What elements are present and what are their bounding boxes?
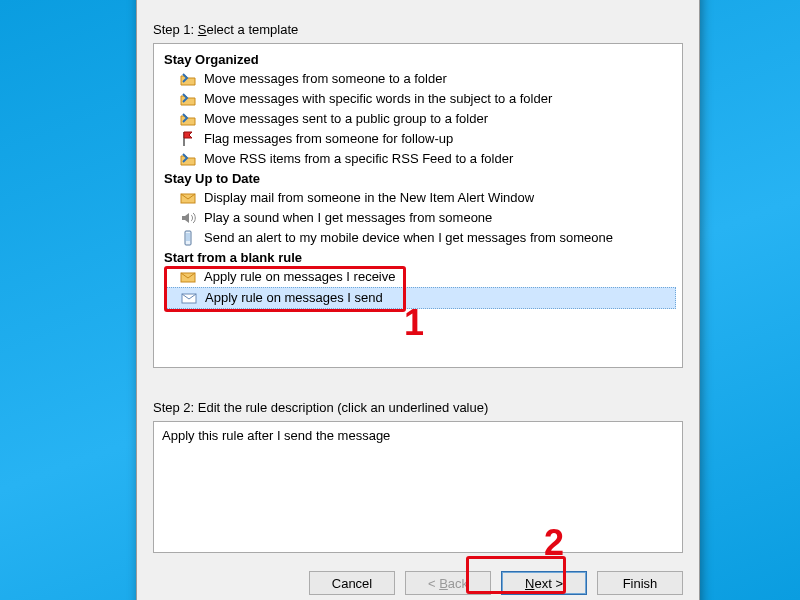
template-label: Flag messages from someone for follow-up — [204, 130, 453, 148]
template-label: Play a sound when I get messages from so… — [204, 209, 492, 227]
template-move-rss[interactable]: Move RSS items from a specific RSS Feed … — [154, 149, 682, 169]
template-label: Move messages from someone to a folder — [204, 70, 447, 88]
template-move-public-group[interactable]: Move messages sent to a public group to … — [154, 109, 682, 129]
folder-move-icon — [180, 151, 196, 167]
template-label: Move messages sent to a public group to … — [204, 110, 488, 128]
sound-icon — [180, 210, 196, 226]
rules-wizard-dialog: Start from a template or from a blank ru… — [136, 0, 700, 600]
envelope-icon — [180, 269, 196, 285]
template-label: Display mail from someone in the New Ite… — [204, 189, 534, 207]
section-stay-organized: Stay Organized — [154, 50, 682, 69]
flag-icon — [180, 131, 196, 147]
finish-button[interactable]: Finish — [597, 571, 683, 595]
template-apply-send[interactable]: Apply rule on messages I send — [164, 287, 676, 309]
template-display-new-item-alert[interactable]: Display mail from someone in the New Ite… — [154, 188, 682, 208]
template-apply-receive[interactable]: Apply rule on messages I receive — [154, 267, 682, 287]
rule-description-box[interactable]: Apply this rule after I send the message — [153, 421, 683, 553]
folder-move-icon — [180, 71, 196, 87]
step2-label: Step 2: Edit the rule description (click… — [153, 400, 683, 415]
template-play-sound[interactable]: Play a sound when I get messages from so… — [154, 208, 682, 228]
mail-alert-icon — [180, 190, 196, 206]
envelope-send-icon — [181, 290, 197, 306]
template-move-from-someone[interactable]: Move messages from someone to a folder — [154, 69, 682, 89]
wizard-button-row: Cancel < Back Next > Finish — [153, 571, 683, 595]
step1-label: Step 1: Select a template — [153, 22, 683, 37]
template-mobile-alert[interactable]: Send an alert to my mobile device when I… — [154, 228, 682, 248]
folder-move-icon — [180, 111, 196, 127]
desktop-background: Start from a template or from a blank ru… — [0, 0, 800, 600]
template-move-subject-words[interactable]: Move messages with specific words in the… — [154, 89, 682, 109]
section-stay-up-to-date: Stay Up to Date — [154, 169, 682, 188]
template-label: Apply rule on messages I receive — [204, 268, 395, 286]
back-button: < Back — [405, 571, 491, 595]
folder-move-icon — [180, 91, 196, 107]
template-label: Send an alert to my mobile device when I… — [204, 229, 613, 247]
template-label: Move messages with specific words in the… — [204, 90, 552, 108]
mobile-icon — [180, 230, 196, 246]
section-blank-rule: Start from a blank rule — [154, 248, 682, 267]
rule-description-text: Apply this rule after I send the message — [162, 428, 390, 443]
svg-rect-2 — [186, 233, 190, 241]
cancel-button[interactable]: Cancel — [309, 571, 395, 595]
template-flag-followup[interactable]: Flag messages from someone for follow-up — [154, 129, 682, 149]
template-listbox[interactable]: Stay Organized Move messages from someon… — [153, 43, 683, 368]
next-button[interactable]: Next > — [501, 571, 587, 595]
template-label: Move RSS items from a specific RSS Feed … — [204, 150, 513, 168]
template-label: Apply rule on messages I send — [205, 289, 383, 307]
